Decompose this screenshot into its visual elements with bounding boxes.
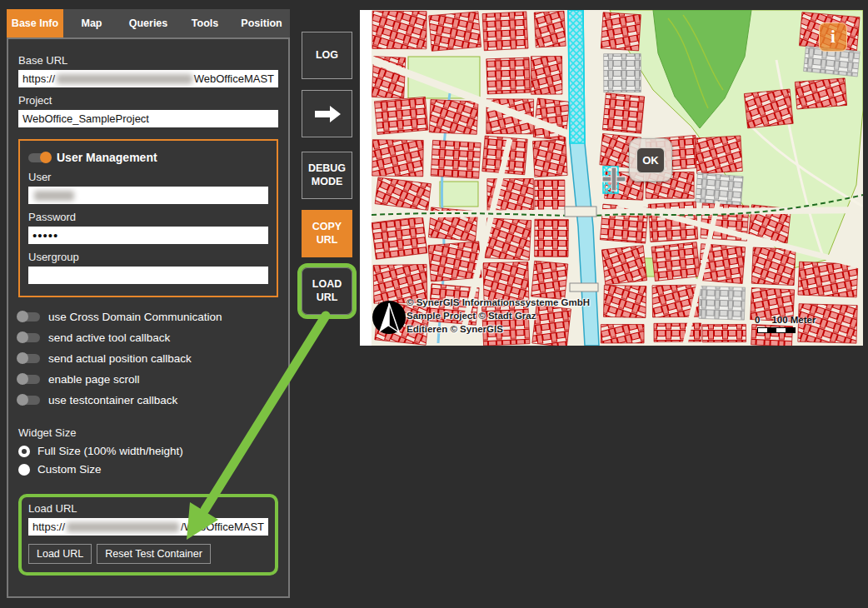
radio-button[interactable] bbox=[18, 446, 30, 457]
tab-map[interactable]: Map bbox=[63, 9, 120, 37]
scale-bar bbox=[757, 327, 796, 333]
tab-base-info[interactable]: Base Info bbox=[7, 9, 63, 37]
radio-button[interactable] bbox=[18, 464, 30, 476]
options-toggle-list: use Cross Domain Communication send acti… bbox=[18, 311, 278, 406]
load-url-prefix: https:// bbox=[32, 521, 65, 533]
load-url-input[interactable]: https:// /WebOfficeMAST bbox=[28, 518, 268, 536]
map-scale: 0 100 Meter bbox=[755, 315, 816, 333]
toggle-position-callback[interactable]: send actual position callback bbox=[18, 352, 278, 365]
right-arrow-icon bbox=[313, 105, 342, 123]
attribution-line: Editieren © SynerGIS bbox=[407, 322, 590, 336]
project-label: Project bbox=[18, 94, 278, 107]
toggle-switch[interactable] bbox=[18, 312, 40, 321]
load-url-button[interactable]: Load URL bbox=[28, 544, 92, 564]
map-attribution: © SynerGIS Informationssysteme GmbH Samp… bbox=[407, 296, 590, 336]
scale-zero: 0 bbox=[755, 315, 760, 325]
map-viewport[interactable]: OK i © SynerGIS Informationssysteme GmbH… bbox=[360, 10, 863, 346]
toggle-page-scroll[interactable]: enable page scroll bbox=[18, 373, 278, 386]
user-redacted bbox=[34, 191, 74, 201]
project-input[interactable] bbox=[18, 110, 278, 127]
attribution-line: © SynerGIS Informationssysteme GmbH bbox=[407, 296, 590, 309]
ok-widget[interactable]: OK bbox=[629, 138, 672, 182]
usergroup-label: Usergroup bbox=[28, 251, 268, 263]
run-arrow-button[interactable] bbox=[302, 90, 352, 137]
load-url-suffix: /WebOfficeMAST bbox=[181, 521, 264, 533]
load-url-side-button[interactable]: LOAD URL bbox=[297, 263, 357, 319]
base-url-prefix: https:// bbox=[22, 72, 55, 85]
radio-label: Custom Size bbox=[37, 463, 102, 476]
copy-url-button[interactable]: COPY URL bbox=[302, 210, 352, 257]
info-icon[interactable]: i bbox=[819, 22, 847, 52]
tab-bar: Base Info Map Queries Tools Position bbox=[7, 9, 290, 37]
base-url-suffix: WebOfficeMAST bbox=[194, 72, 274, 85]
ok-button[interactable]: OK bbox=[636, 147, 665, 173]
user-label: User bbox=[28, 171, 268, 183]
user-management-group: User Management User Password ••••• User… bbox=[18, 139, 278, 297]
reset-test-container-button[interactable]: Reset Test Container bbox=[97, 544, 211, 564]
debug-mode-button[interactable]: DEBUG MODE bbox=[302, 152, 352, 199]
toggle-switch[interactable] bbox=[18, 354, 40, 363]
base-info-panel: Base URL https:// WebOfficeMAST Project … bbox=[7, 37, 290, 598]
toggle-switch[interactable] bbox=[18, 375, 40, 384]
toggle-switch[interactable] bbox=[18, 396, 40, 405]
password-input[interactable]: ••••• bbox=[28, 227, 268, 244]
tab-position[interactable]: Position bbox=[233, 9, 290, 37]
radio-full-size[interactable]: Full Size (100% width/height) bbox=[18, 445, 278, 457]
password-label: Password bbox=[28, 211, 268, 223]
toggle-cross-domain[interactable]: use Cross Domain Communication bbox=[18, 311, 278, 323]
tab-queries[interactable]: Queries bbox=[120, 9, 177, 37]
user-management-toggle[interactable] bbox=[28, 153, 50, 162]
toggle-label: use Cross Domain Communication bbox=[48, 311, 222, 323]
user-input[interactable] bbox=[28, 187, 268, 204]
toggle-switch[interactable] bbox=[18, 333, 40, 342]
north-arrow-icon bbox=[372, 301, 406, 334]
load-url-label: Load URL bbox=[28, 502, 268, 515]
scale-label: 100 Meter bbox=[771, 315, 816, 325]
map-edge-strip bbox=[360, 10, 372, 346]
tab-tools[interactable]: Tools bbox=[177, 9, 233, 37]
toggle-label: send active tool callback bbox=[48, 331, 170, 344]
toggle-label: enable page scroll bbox=[48, 373, 140, 386]
widget-size-label: Widget Size bbox=[18, 426, 278, 439]
toggle-label: use testcontainer callback bbox=[48, 394, 177, 406]
log-button[interactable]: LOG bbox=[302, 32, 352, 79]
toggle-testcontainer-callback[interactable]: use testcontainer callback bbox=[18, 394, 278, 406]
toggle-label: send actual position callback bbox=[48, 352, 192, 365]
radio-custom-size[interactable]: Custom Size bbox=[18, 463, 278, 476]
attribution-line: Sample Project © Stadt Graz bbox=[407, 309, 590, 322]
load-url-redacted bbox=[67, 522, 179, 532]
base-url-redacted bbox=[57, 74, 192, 84]
user-management-title: User Management bbox=[57, 151, 157, 164]
load-url-section: Load URL https:// /WebOfficeMAST Load UR… bbox=[18, 494, 278, 576]
base-url-input[interactable]: https:// WebOfficeMAST bbox=[18, 70, 278, 87]
usergroup-input[interactable] bbox=[28, 267, 268, 284]
toggle-active-tool-callback[interactable]: send active tool callback bbox=[18, 331, 278, 344]
base-url-label: Base URL bbox=[18, 54, 278, 67]
radio-label: Full Size (100% width/height) bbox=[37, 445, 183, 457]
